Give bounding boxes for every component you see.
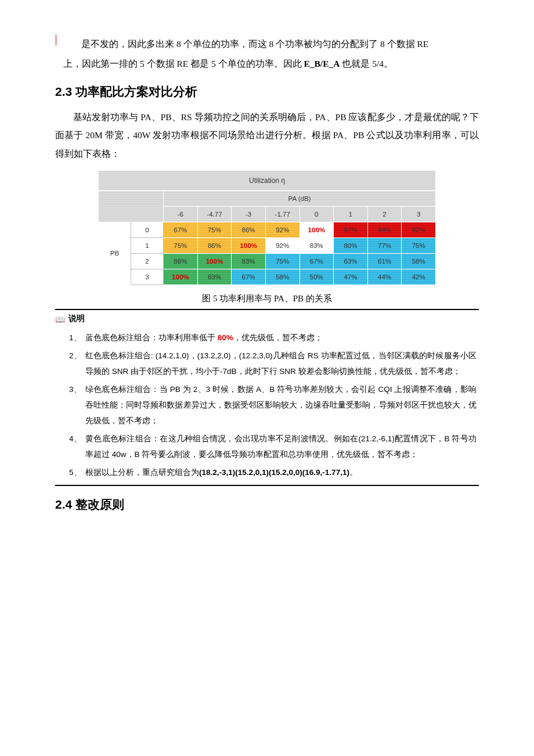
note5-b: 。 (349, 468, 358, 477)
cell-0-7: 92% (402, 222, 436, 237)
cell-0-4: 100% (300, 222, 334, 237)
note1-red: 80% (218, 333, 233, 342)
note-item-3: 绿色底色标注组合：当 PB 为 2、3 时候，数据 A、B 符号功率差别较大，会… (69, 381, 477, 429)
cell-2-1: 100% (197, 253, 232, 269)
cell-1-6: 77% (367, 237, 402, 253)
separator-bottom (55, 485, 479, 486)
sec23-paragraph: 基站发射功率与 PA、PB、RS 导频功控之间的关系明确后，PA、PB 应该配多… (55, 108, 479, 163)
table-corner (99, 190, 164, 222)
note1-a: 蓝色底色标注组合：功率利用率低于 (85, 333, 218, 342)
table-row: 175%86%100%92%83%80%77%75% (99, 237, 436, 253)
note-item-4: 黄色底色标注组合：在这几种组合情况，会出现功率不足削波情况。例如在(21.2,-… (69, 431, 477, 462)
heading-2-4: 2.4 整改原则 (55, 496, 479, 513)
note5-bold: (18.2,-3,1)(15.2,0,1)(15.2,0,0)(16.9,-1.… (199, 468, 349, 477)
col-h-3: -1.77 (265, 206, 300, 222)
cell-1-4: 83% (300, 237, 334, 253)
intro-paragraph-2: 上，因此第一排的 5 个数据 RE 都是 5 个单位的功率。因此 E_B/E_A… (55, 55, 479, 73)
col-h-1: -4.77 (197, 206, 232, 222)
cell-3-2: 67% (232, 269, 266, 285)
table-row: 286%100%83%75%67%63%61%58% (99, 253, 436, 269)
heading-2-3: 2.3 功率配比方案对比分析 (55, 84, 479, 100)
table-col-title: PA (dB) (164, 190, 436, 206)
table-row: 3100%83%67%58%50%47%44%42% (99, 269, 436, 285)
cell-2-4: 67% (300, 253, 334, 269)
col-h-0: -6 (164, 206, 198, 222)
table-row: PB067%75%86%92%100%97%94%92% (99, 222, 436, 237)
cell-2-2: 83% (232, 253, 266, 269)
intro-line1: 是不发的，因此多出来 8 个单位的功率，而这 8 个功率被均匀的分配到了 8 个… (81, 39, 428, 49)
figure-caption: 图 5 功率利用率与 PA、PB 的关系 (55, 293, 479, 304)
cell-3-0: 100% (164, 269, 198, 285)
row-h-2: 2 (131, 253, 164, 269)
cell-0-1: 75% (197, 222, 232, 237)
document-page: 是不发的，因此多出来 8 个单位的功率，而这 8 个功率被均匀的分配到了 8 个… (0, 0, 534, 756)
note1-b: ，优先级低，暂不考虑； (233, 333, 323, 342)
cell-0-0: 67% (164, 222, 198, 237)
notes-list: 蓝色底色标注组合：功率利用率低于 80%，优先级低，暂不考虑； 红色底色标注组合… (55, 330, 479, 480)
cell-3-5: 47% (334, 269, 368, 285)
utilization-table: Utilization η PA (dB) -6 -4.77 -3 -1.77 … (98, 170, 436, 285)
cell-0-2: 86% (232, 222, 266, 237)
cell-1-2: 100% (232, 237, 266, 253)
cell-3-4: 50% (300, 269, 334, 285)
cell-3-6: 44% (367, 269, 402, 285)
note-item-2: 红色底色标注组合: (14.2,1,0)，(13.2,2,0)，(12.2,3,… (69, 348, 477, 379)
note5-a: 根据以上分析，重点研究组合为 (85, 468, 199, 477)
table-row-title: PB (99, 222, 131, 285)
separator-top (55, 309, 479, 310)
intro-bold: E_B/E_A (304, 59, 340, 69)
cell-3-3: 58% (265, 269, 300, 285)
row-h-0: 0 (131, 222, 164, 237)
cell-0-3: 92% (265, 222, 300, 237)
cell-2-3: 75% (265, 253, 300, 269)
cell-1-3: 92% (265, 237, 300, 253)
cell-2-5: 63% (334, 253, 368, 269)
table-title: Utilization η (99, 170, 436, 190)
row-h-1: 1 (131, 237, 164, 253)
cell-1-7: 75% (402, 237, 436, 253)
cell-2-7: 58% (402, 253, 436, 269)
col-h-4: 0 (300, 206, 334, 222)
col-h-7: 3 (402, 206, 436, 222)
cell-1-5: 80% (334, 237, 368, 253)
col-h-6: 2 (367, 206, 402, 222)
note-item-5: 根据以上分析，重点研究组合为(18.2,-3,1)(15.2,0,1)(15.2… (69, 465, 477, 480)
col-h-2: -3 (232, 206, 266, 222)
intro-line2b: 也就是 5/4。 (340, 59, 393, 69)
note-heading: 📖说明 (55, 314, 479, 324)
book-icon: 📖 (55, 315, 65, 324)
intro-paragraph: 是不发的，因此多出来 8 个单位的功率，而这 8 个功率被均匀的分配到了 8 个… (55, 35, 479, 53)
col-h-5: 1 (334, 206, 368, 222)
cell-2-6: 61% (367, 253, 402, 269)
cell-0-5: 97% (334, 222, 368, 237)
cell-0-6: 94% (367, 222, 402, 237)
cell-1-1: 86% (197, 237, 232, 253)
cell-3-7: 42% (402, 269, 436, 285)
cell-1-0: 75% (164, 237, 198, 253)
note-title: 说明 (68, 314, 85, 323)
intro-line2a: 上，因此第一排的 5 个数据 RE 都是 5 个单位的功率。因此 (63, 59, 304, 69)
utilization-table-wrap: Utilization η PA (dB) -6 -4.77 -3 -1.77 … (98, 170, 436, 285)
cell-2-0: 86% (164, 253, 198, 269)
cell-3-1: 83% (197, 269, 232, 285)
note-item-1: 蓝色底色标注组合：功率利用率低于 80%，优先级低，暂不考虑； (69, 330, 477, 345)
text-cursor (56, 35, 56, 45)
row-h-3: 3 (131, 269, 164, 285)
